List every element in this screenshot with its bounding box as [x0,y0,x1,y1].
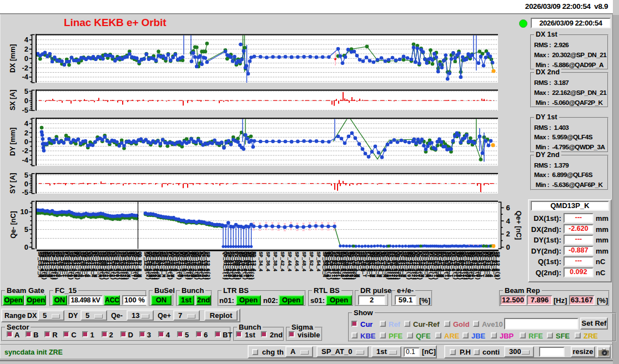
svg-text:Qe+ [nC]: Qe+ [nC] [515,211,522,240]
svg-text:5: 5 [24,87,28,95]
svg-text:QD_B2_8_M: QD_B2_8_M [137,252,142,277]
svg-text:SP_38_4: SP_38_4 [272,252,278,272]
svg-text:SP_42_4: SP_42_4 [279,252,285,272]
svg-text:SP_52_4: SP_52_4 [308,252,314,272]
svg-text:0: 0 [24,97,28,105]
svg-text:SP_12_6(2): SP_12_6(2) [205,252,210,280]
svg-text:SP_12_8(9): SP_12_8(9) [495,252,500,280]
svg-text:SP_54_4: SP_54_4 [315,252,321,272]
svg-text:6: 6 [506,204,510,212]
svg-text:SP_36_4: SP_36_4 [265,252,270,272]
svg-text:SP_48_4: SP_48_4 [301,252,306,272]
svg-text:0: 0 [24,180,28,188]
svg-text:0: 0 [24,54,28,63]
svg-text:0: 0 [24,243,28,251]
svg-text:-4: -4 [22,156,28,164]
svg-text:2: 2 [24,45,28,53]
svg-text:-5: -5 [22,188,28,196]
svg-text:-4: -4 [22,73,28,81]
svg-text:10: 10 [21,208,28,216]
svg-text:4: 4 [24,36,29,44]
svg-text:-2: -2 [22,146,28,155]
svg-text:SY [A]: SY [A] [9,173,17,194]
svg-text:-2: -2 [22,64,28,72]
svg-text:DX [mm]: DX [mm] [9,44,17,72]
svg-text:SP_34_4: SP_34_4 [258,252,263,272]
svg-text:4: 4 [506,217,511,225]
svg-text:0: 0 [24,138,28,146]
svg-text:5: 5 [24,171,28,179]
svg-text:BD_12_4: BD_12_4 [251,252,256,272]
svg-text:SP_44_4: SP_44_4 [286,252,292,272]
svg-text:SX [A]: SX [A] [9,90,17,111]
svg-text:4: 4 [24,119,29,128]
svg-text:2: 2 [24,129,28,137]
svg-text:Qe- [nC]: Qe- [nC] [9,211,17,238]
svg-text:2: 2 [506,230,510,238]
svg-text:0: 0 [506,243,510,251]
svg-text:SP_46_4: SP_46_4 [294,252,299,272]
svg-text:DY [mm]: DY [mm] [9,128,17,156]
svg-text:5: 5 [24,225,28,234]
svg-text:-5: -5 [22,106,28,114]
